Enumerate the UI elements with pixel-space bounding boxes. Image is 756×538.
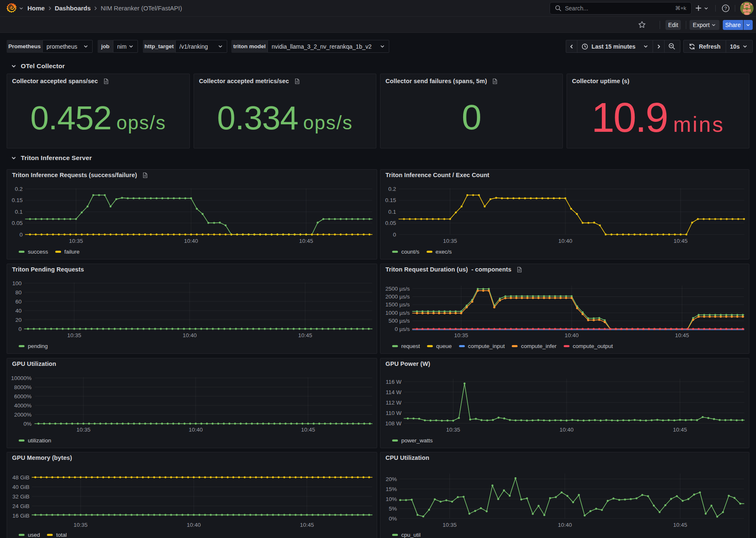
svg-text:16 GiB: 16 GiB: [12, 513, 29, 519]
svg-text:10:35: 10:35: [454, 332, 468, 338]
svg-text:10:45: 10:45: [300, 522, 314, 528]
svg-text:15%: 15%: [385, 486, 397, 492]
svg-text:0.2: 0.2: [15, 186, 23, 192]
svg-text:10:40: 10:40: [189, 427, 203, 433]
svg-text:114 W: 114 W: [385, 389, 401, 395]
svg-text:10:35: 10:35: [443, 238, 457, 244]
svg-text:100: 100: [12, 280, 22, 286]
svg-text:10:35: 10:35: [69, 238, 83, 244]
svg-text:10%: 10%: [385, 496, 397, 502]
svg-text:10000%: 10000%: [11, 375, 32, 381]
svg-text:10:40: 10:40: [183, 332, 197, 338]
svg-text:10:35: 10:35: [67, 332, 81, 338]
svg-text:0%: 0%: [23, 421, 32, 427]
svg-text:40: 40: [15, 308, 22, 314]
svg-text:0 µs/s: 0 µs/s: [395, 326, 410, 332]
svg-text:0: 0: [18, 326, 22, 332]
svg-text:0.15: 0.15: [12, 197, 22, 203]
svg-text:24 GiB: 24 GiB: [12, 503, 29, 509]
svg-text:10:45: 10:45: [301, 427, 315, 433]
svg-text:48 GiB: 48 GiB: [12, 474, 29, 481]
svg-text:10:40: 10:40: [558, 522, 572, 528]
svg-text:10:35: 10:35: [446, 427, 460, 433]
svg-text:1500 µs/s: 1500 µs/s: [385, 301, 410, 308]
svg-text:2500 µs/s: 2500 µs/s: [385, 286, 410, 292]
svg-text:6000%: 6000%: [14, 393, 32, 400]
svg-text:20: 20: [15, 317, 22, 323]
svg-text:0.05: 0.05: [385, 220, 396, 226]
svg-text:0.2: 0.2: [388, 186, 396, 192]
svg-text:1000 µs/s: 1000 µs/s: [385, 310, 410, 316]
svg-text:0.1: 0.1: [388, 209, 396, 215]
svg-text:10:45: 10:45: [299, 238, 313, 244]
svg-text:10:45: 10:45: [675, 332, 689, 338]
svg-text:2000%: 2000%: [14, 412, 32, 418]
svg-text:500 µs/s: 500 µs/s: [388, 318, 410, 324]
svg-text:5%: 5%: [389, 506, 397, 512]
svg-text:10:40: 10:40: [184, 238, 198, 244]
svg-text:0: 0: [20, 232, 23, 238]
svg-text:10:40: 10:40: [558, 238, 572, 244]
svg-text:10:35: 10:35: [76, 427, 91, 433]
svg-text:60: 60: [15, 299, 22, 305]
svg-text:0.05: 0.05: [12, 220, 22, 226]
svg-text:10:45: 10:45: [673, 522, 687, 528]
svg-text:80: 80: [15, 289, 22, 296]
svg-text:0: 0: [393, 232, 396, 238]
svg-text:?: ?: [724, 6, 727, 11]
svg-text:112 W: 112 W: [385, 400, 401, 406]
svg-text:10:35: 10:35: [74, 522, 88, 528]
svg-text:40 GiB: 40 GiB: [12, 484, 29, 490]
svg-text:10:40: 10:40: [187, 522, 201, 528]
svg-text:2000 µs/s: 2000 µs/s: [385, 294, 410, 300]
svg-text:10:40: 10:40: [565, 332, 579, 338]
svg-text:10:45: 10:45: [298, 332, 312, 338]
svg-text:116 W: 116 W: [385, 379, 401, 385]
svg-text:20%: 20%: [385, 476, 397, 482]
svg-text:10:45: 10:45: [674, 238, 688, 244]
svg-text:4000%: 4000%: [14, 402, 32, 409]
svg-text:10:45: 10:45: [673, 427, 687, 433]
svg-text:0%: 0%: [389, 516, 397, 522]
svg-text:10:35: 10:35: [443, 522, 457, 528]
svg-text:0.15: 0.15: [385, 197, 396, 203]
svg-text:108 W: 108 W: [385, 420, 401, 427]
svg-text:8000%: 8000%: [14, 384, 32, 390]
svg-text:10:40: 10:40: [560, 427, 574, 433]
svg-text:0.1: 0.1: [15, 209, 23, 215]
svg-text:32 GiB: 32 GiB: [12, 494, 29, 500]
svg-text:110 W: 110 W: [385, 410, 401, 416]
